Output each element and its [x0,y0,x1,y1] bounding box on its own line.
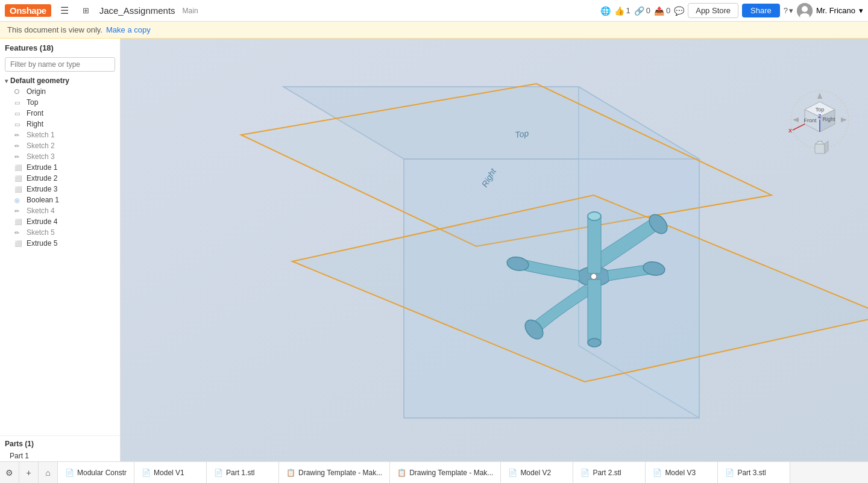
svg-marker-39 [825,141,828,154]
links-stat[interactable]: 🔗 0 [634,6,650,16]
menu-icon[interactable]: ☰ [56,2,73,19]
likes-count: 1 [626,6,631,15]
sketch4-label: Sketch 4 [27,207,55,215]
share-button[interactable]: Share [742,4,780,17]
origin-icon [14,89,23,95]
filter-input[interactable] [5,57,115,72]
svg-text:Top: Top [514,128,529,140]
tree-item-sketch5[interactable]: ✏ Sketch 5 [0,227,120,238]
boolean-icon: ◎ [14,197,23,204]
front-label: Front [27,109,43,117]
tree-item-boolean1[interactable]: ◎ Boolean 1 [0,195,120,205]
tab-model-v2[interactable]: 📄 Model V2 [501,462,573,484]
tab-model-v3-label: Model V3 [665,469,696,477]
viewport[interactable]: Top Right [121,39,868,461]
home-tab-button[interactable]: ⌂ [39,462,58,484]
globe-button[interactable]: 🌐 [600,6,611,16]
help-chevron: ▾ [789,6,793,15]
sketch1-label: Sketch 1 [27,131,55,139]
tab-icon: 📄 [142,469,151,477]
tree-item-sketch1[interactable]: ✏ Sketch 1 [0,129,120,140]
svg-marker-23 [817,93,822,99]
svg-rect-16 [588,279,601,343]
tree-item-extrude3[interactable]: ⬜ Extrude 3 [0,184,120,195]
tab-part2-stl[interactable]: 📄 Part 2.stl [573,462,646,484]
parts-section-header: Parts (1) [0,435,120,450]
features-header: Features (18) [0,39,120,55]
svg-rect-37 [815,144,825,154]
app-store-button[interactable]: App Store [688,3,738,18]
shares-stat[interactable]: 📤 0 [654,6,670,16]
tree-item-part1[interactable]: Part 1 [0,450,120,461]
add-tab-button[interactable]: + [19,462,39,484]
tab-modular-constr[interactable]: 📄 Modular Constr [58,462,134,484]
plane-icon: ▭ [14,99,23,106]
tab-model-v1[interactable]: 📄 Model V1 [134,462,207,484]
tree-item-origin[interactable]: Origin [0,86,120,97]
sketch-icon: ✏ [14,132,23,139]
links-count: 0 [646,6,650,15]
extrude-icon: ⬜ [14,175,23,182]
tab-part1-stl[interactable]: 📄 Part 1.stl [207,462,279,484]
svg-text:X: X [788,128,792,134]
help-icon: ? [784,6,788,15]
tab-icon: 📄 [214,469,223,477]
tree-item-extrude1[interactable]: ⬜ Extrude 1 [0,162,120,173]
tabbar: ⚙ + ⌂ 📄 Modular Constr 📄 Model V1 📄 Part… [0,461,868,483]
tree-item-sketch4[interactable]: ✏ Sketch 4 [0,205,120,216]
tree-item-front[interactable]: ▭ Front [0,108,120,119]
tab-model-v3[interactable]: 📄 Model V3 [646,462,718,484]
tree-item-right[interactable]: ▭ Right [0,119,120,129]
filter-icon[interactable]: ⊞ [78,2,95,19]
document-title: Jace_Assignments [99,5,175,16]
view-only-banner: This document is view only. Make a copy [0,22,868,39]
thumbsup-icon: 👍 [614,6,624,16]
sidebar: Features (18) ▾ Default geometry Origin … [0,39,121,461]
comment-button[interactable]: 💬 [674,6,684,16]
avatar [797,3,813,19]
tab-icon: 📋 [286,469,295,477]
tab-part3-stl[interactable]: 📄 Part 3.stl [718,462,790,484]
tree-item-top[interactable]: ▭ Top [0,97,120,108]
user-menu[interactable]: Mr. Fricano ▾ [797,3,863,19]
tab-part2-stl-label: Part 2.stl [593,469,621,477]
extrude3-label: Extrude 3 [27,185,57,193]
tab-icon: 📄 [653,469,662,477]
tree-item-extrude2[interactable]: ⬜ Extrude 2 [0,173,120,184]
sketch2-label: Sketch 2 [27,142,55,150]
tab-icon: 📄 [65,469,74,477]
svg-point-20 [591,273,597,279]
orientation-cube[interactable]: Top Front Right Z X [784,87,856,165]
tab-drawing-template-2[interactable]: 📋 Drawing Template - Mak... [390,462,501,484]
tree-item-sketch2[interactable]: ✏ Sketch 2 [0,140,120,151]
top-label: Top [27,98,38,107]
svg-rect-14 [588,216,601,273]
tab-icon: 📄 [508,469,517,477]
svg-text:Front: Front [804,117,817,123]
orientation-cube-svg: Top Front Right Z X [784,87,856,165]
tree-item-extrude4[interactable]: ⬜ Extrude 4 [0,216,120,227]
likes-stat[interactable]: 👍 1 [614,6,631,16]
view-only-message: This document is view only. [7,25,102,34]
header-actions: 🌐 👍 1 🔗 0 📤 0 💬 App Store Share ? ▾ [600,3,863,19]
tree-item-sketch3[interactable]: ✏ Sketch 3 [0,151,120,162]
make-copy-link[interactable]: Make a copy [106,25,151,34]
boolean1-label: Boolean 1 [27,196,59,204]
sketch-icon: ✏ [14,208,23,214]
onshape-logo[interactable]: Onshape [5,4,51,17]
tab-drawing-template-1[interactable]: 📋 Drawing Template - Mak... [279,462,390,484]
tree-item-extrude5[interactable]: ⬜ Extrude 5 [0,238,120,249]
extrude-icon: ⬜ [14,164,23,171]
extrude5-label: Extrude 5 [27,239,57,248]
tab-model-v1-label: Model V1 [154,469,184,477]
default-geometry-group[interactable]: ▾ Default geometry [0,75,120,86]
svg-point-21 [588,212,601,220]
svg-marker-25 [793,117,799,122]
tab-part1-stl-label: Part 1.stl [226,469,254,477]
sketch-icon: ✏ [14,154,23,160]
plane-icon: ▭ [14,121,23,128]
settings-tab-icon[interactable]: ⚙ [0,462,19,484]
help-button[interactable]: ? ▾ [784,6,793,15]
right-label: Right [27,120,43,128]
svg-text:Right: Right [822,116,835,122]
